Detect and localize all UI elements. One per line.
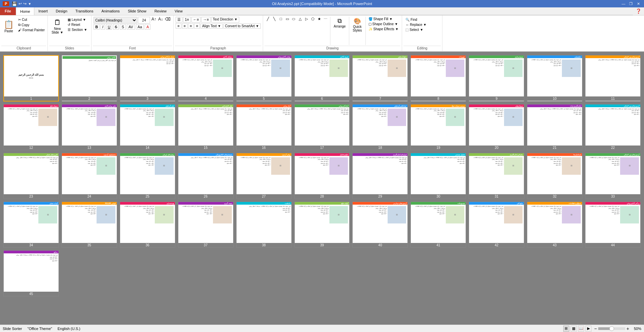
slide-thumb[interactable]: بهینه‌سازی 🖼 متن نمونه برای توضیح محتوای… [120, 202, 175, 248]
increase-indent-btn[interactable]: →≡ [201, 17, 210, 23]
justify-btn[interactable]: ≡ [194, 23, 200, 29]
shape-7[interactable]: ▷ [303, 17, 310, 21]
tab-home[interactable]: Home [16, 7, 34, 15]
zoom-out-btn[interactable]: − [594, 326, 597, 331]
align-text-btn[interactable]: Align Text ▼ [201, 24, 223, 29]
slide-thumb[interactable]: بسم الله الرحمن الرحیم 00:01 1 [3, 55, 59, 101]
slide-thumb[interactable]: آزمون‌های میان بر 🖼 متن نمونه برای توضیح… [352, 202, 408, 248]
slide-thumb[interactable]: ابزار‌های اندازه‌گیری متن نمونه برای توض… [352, 153, 408, 199]
slide-thumb[interactable]: آزمون‌های بین المللی متن نمونه برای توضی… [585, 55, 641, 101]
slide-thumb[interactable]: کاربردهای عملی متن نمونه برای توضیح محتو… [3, 153, 59, 199]
tab-transitions[interactable]: Transitions [71, 7, 97, 15]
slide-thumb[interactable]: بیشتر آنالیز روغن 🖼 متن نمونه برای توضیح… [236, 55, 292, 101]
find-button[interactable]: 🔍 Find [404, 17, 440, 22]
font-color-btn[interactable]: A [145, 24, 150, 30]
slide-thumb[interactable]: نتیجه گیری 🖼 متن نمونه برای توضیح محتوای… [178, 202, 234, 248]
tab-view[interactable]: View [171, 7, 187, 15]
slide-thumb[interactable]: نمودار نتایج 🖼 متن نمونه برای توضیح محتو… [3, 104, 59, 150]
quick-save[interactable]: 💾 [12, 1, 17, 6]
cut-button[interactable]: ✂ Cut [17, 17, 46, 22]
tab-insert[interactable]: Insert [34, 7, 52, 15]
slide-thumb[interactable]: تجمیع داده 🖼 متن نمونه برای توضیح محتوای… [410, 202, 466, 248]
slide-thumb[interactable]: منابع متن نمونه برای توضیح محتوای این اس… [3, 250, 59, 296]
paste-button[interactable]: 📋 Paste [1, 16, 16, 36]
slide-thumb[interactable]: نتایج نهایی 🖼 متن نمونه برای توضیح محتوا… [527, 55, 582, 101]
language-label[interactable]: English (U.S.) [58, 327, 80, 331]
italic-btn[interactable]: I [101, 24, 105, 30]
tab-animations[interactable]: Animations [97, 7, 123, 15]
font-grow-btn[interactable]: A↑ [151, 17, 157, 24]
bullets-btn[interactable]: ☰ [176, 17, 182, 23]
tab-file[interactable]: File [0, 7, 16, 15]
section-button[interactable]: ☰ Section ▼ [66, 28, 88, 32]
shape-fill-button[interactable]: 🪣 Shape Fill ▼ [367, 17, 400, 21]
slide-thumb[interactable]: در آخر آنالیز روغن 🖼 متن نمونه برای توضی… [585, 202, 641, 248]
shape-outline-button[interactable]: ▢ Shape Outline ▼ [367, 22, 400, 26]
numbering-btn[interactable]: 1≡ [183, 17, 191, 23]
slide-thumb[interactable]: تعریف آنالیز 🖼 متن نمونه برای توضیح محتو… [294, 55, 350, 101]
slide-thumb[interactable]: متدولوژی آزمون 🖼 متن نمونه برای توضیح مح… [62, 153, 117, 199]
strikethrough-btn[interactable]: S [113, 24, 119, 30]
font-shrink-btn[interactable]: A↓ [157, 17, 164, 24]
slide-thumb[interactable]: نمونه‌برداری 🖼 متن نمونه برای توضیح محتو… [469, 55, 524, 101]
shape-2[interactable]: ╲ [272, 17, 278, 21]
slide-thumb[interactable]: آمار روغن متن نمونه برای توضیح محتوای ای… [236, 104, 292, 150]
close-btn[interactable]: ✕ [635, 2, 641, 6]
slide-thumb[interactable]: آنالیز روغن متن نمونه برای آنالیز روغن و… [62, 55, 117, 101]
layout-button[interactable]: ▦ Layout ▼ [66, 17, 88, 22]
minimize-btn[interactable]: — [620, 2, 627, 6]
slide-thumb[interactable]: قوانین RULER 🖼 متن نمونه برای توضیح محتو… [62, 202, 117, 248]
slide-panel[interactable]: بسم الله الرحمن الرحیم 00:01 1 آنالیز رو… [0, 52, 644, 325]
slide-thumb[interactable]: روش آزمون 🖼 متن نمونه برای توضیح محتوای … [236, 153, 292, 199]
shape-1[interactable]: ╱ [265, 17, 271, 21]
slide-thumb[interactable]: آدیات عملی 🖼 متن نمونه برای توضیح محتوای… [3, 202, 59, 248]
slide-thumb[interactable]: تجهیزات 🖼 متن نمونه برای توضیح محتوای ای… [410, 55, 466, 101]
align-right-btn[interactable]: ≡ [188, 23, 193, 29]
bold-btn[interactable]: B [94, 24, 100, 30]
reset-button[interactable]: ↺ Reset [66, 23, 88, 27]
align-left-btn[interactable]: ≡ [176, 23, 181, 29]
quick-undo[interactable]: ↩ [19, 1, 22, 6]
normal-view-btn[interactable]: ⊞ [563, 326, 569, 332]
zoom-level[interactable]: 50% [631, 327, 641, 331]
shape-6[interactable]: △ [297, 17, 303, 21]
slide-thumb[interactable]: لوله‌کشی آزمایش 🖼 متن نمونه برای توضیح م… [352, 104, 408, 150]
tab-review[interactable]: Review [150, 7, 171, 15]
tab-slideshow[interactable]: Slide Show [124, 7, 150, 15]
arrange-button[interactable]: ⧉ Arrange [332, 17, 348, 29]
slide-thumb[interactable]: مزایای آنالیز 🖼 متن نمونه برای توضیح محت… [178, 55, 234, 101]
shape-3[interactable]: □ [278, 17, 284, 21]
shape-8[interactable]: ⬠ [310, 17, 316, 21]
slide-thumb[interactable]: تحلیل مستمر متن نمونه برای توضیح محتوای … [410, 153, 466, 199]
slide-thumb[interactable]: سیستم‌های الکترونیکی متن نمونه برای توضی… [178, 153, 234, 199]
slide-thumb[interactable]: گراف نتایج 🖼 متن نمونه برای توضیح محتوای… [294, 202, 350, 248]
format-painter-button[interactable]: 🖌 Format Painter [17, 28, 46, 32]
font-family-select[interactable]: Calibri (Headings) [94, 17, 137, 24]
shape-4[interactable]: ▭ [284, 17, 290, 21]
slide-thumb[interactable]: روش‌های ارزیابی 🖼 متن نمونه برای توضیح م… [120, 153, 175, 199]
slide-thumb[interactable]: بررسی میزان مواد 🖼 متن نمونه برای توضیح … [410, 104, 466, 150]
slide-thumb[interactable]: آزمون‌های بین المللی 🖼 متن نمونه برای تو… [585, 153, 641, 199]
slide-thumb[interactable]: آزمون‌های بین المللی متن نمونه برای توضی… [585, 104, 641, 150]
slide-thumb[interactable]: نمودار نهایی 🖼 متن نمونه برای توضیح محتو… [469, 104, 524, 150]
slideshow-btn[interactable]: ▶ [585, 326, 592, 332]
shadow-btn[interactable]: S [120, 24, 126, 30]
slide-thumb[interactable]: نتایج و تحلیل 🖼 متن نمونه برای توضیح محت… [294, 153, 350, 199]
slide-thumb[interactable]: استانداردها 🖼 متن نمونه برای توضیح محتوا… [527, 153, 582, 199]
change-case-btn[interactable]: Aa [136, 24, 144, 30]
slide-thumb[interactable]: اندازه‌گیری ذرات متن نمونه برای توضیح مح… [527, 104, 582, 150]
replace-button[interactable]: ↔ Replace ▼ [404, 23, 440, 27]
restore-btn[interactable]: ❐ [628, 2, 634, 6]
decrease-indent-btn[interactable]: ←≡ [191, 17, 201, 23]
text-direction-btn[interactable]: Text Direction ▼ [211, 17, 239, 23]
shape-effects-button[interactable]: ✨ Shape Effects ▼ [367, 27, 400, 31]
slide-thumb[interactable]: یادداشت متن نمونه برای توضیح محتوای این … [236, 202, 292, 248]
shape-9[interactable]: ★ [316, 17, 322, 21]
select-button[interactable]: ⬚ Select ▼ [404, 28, 440, 32]
slide-thumb[interactable]: نتایج کلی 🖼 متن نمونه برای توضیح محتوای … [469, 202, 524, 248]
copy-button[interactable]: ⧉ Copy [17, 23, 46, 27]
underline-btn[interactable]: U [106, 24, 112, 30]
char-spacing-btn[interactable]: AV [127, 24, 135, 30]
slide-thumb[interactable]: نتایج آزمایش 🖼 متن نمونه برای توضیح محتو… [352, 55, 408, 101]
quick-customize[interactable]: ▼ [28, 2, 31, 6]
